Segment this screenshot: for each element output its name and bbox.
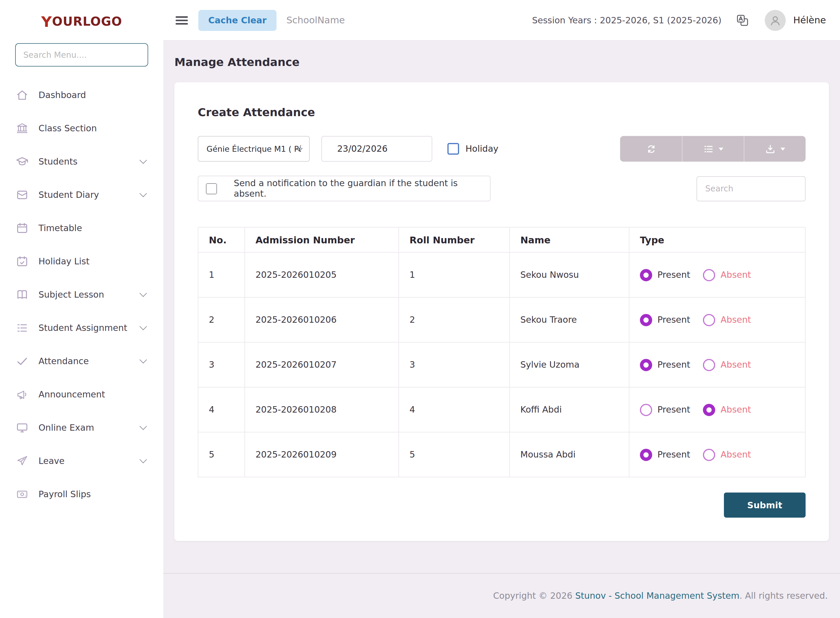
- sidebar-item-label: Students: [39, 156, 78, 166]
- cell-no: 3: [198, 342, 245, 387]
- menu-icon[interactable]: [174, 13, 189, 28]
- language-icon[interactable]: [736, 13, 750, 27]
- logo-text: OURLOGO: [52, 15, 122, 28]
- cell-admission-number: 2025-2026010208: [245, 387, 399, 432]
- chevron-down-icon: [139, 356, 147, 363]
- copyright-prefix: Copyright © 2026: [493, 591, 575, 601]
- present-radio[interactable]: Present: [640, 313, 690, 326]
- submit-button[interactable]: Submit: [724, 493, 806, 518]
- sidebar-item-class-section[interactable]: Class Section: [0, 111, 163, 145]
- sidebar-item-dashboard[interactable]: Dashboard: [0, 78, 163, 111]
- table-row: 4 2025-2026010208 4 Koffi Abdi Present A…: [198, 387, 805, 432]
- sidebar-search: [0, 35, 163, 70]
- sidebar-item-label: Online Exam: [39, 422, 94, 433]
- columns-button[interactable]: [682, 136, 744, 162]
- cell-type: Present Absent: [629, 387, 805, 432]
- sidebar-item-announcement[interactable]: Announcement: [0, 377, 163, 411]
- present-radio-circle: [640, 404, 652, 416]
- absent-radio-circle: [703, 449, 716, 461]
- refresh-button[interactable]: [620, 136, 682, 162]
- cell-name: Koffi Abdi: [510, 387, 629, 432]
- sidebar-item-label: Student Diary: [39, 189, 99, 200]
- export-button[interactable]: [744, 136, 806, 162]
- present-radio[interactable]: Present: [640, 449, 690, 461]
- megaphone-icon: [15, 387, 29, 401]
- sidebar-item-students[interactable]: Students: [0, 145, 163, 178]
- refresh-icon: [646, 143, 656, 154]
- notify-box[interactable]: Send a notification to the guardian if t…: [198, 176, 490, 201]
- absent-radio-circle: [703, 269, 716, 281]
- monitor-icon: [15, 420, 29, 434]
- sidebar-search-input[interactable]: [15, 43, 148, 67]
- attendance-table: No.Admission NumberRoll NumberNameType 1…: [198, 227, 806, 477]
- cell-type: Present Absent: [629, 253, 805, 297]
- sidebar-item-label: Dashboard: [39, 89, 86, 100]
- present-radio-circle: [640, 449, 652, 461]
- logo[interactable]: YOURLOGO: [0, 8, 163, 35]
- present-radio-circle: [640, 359, 652, 371]
- cell-admission-number: 2025-2026010207: [245, 342, 399, 387]
- avatar[interactable]: [765, 10, 786, 31]
- holiday-label: Holiday: [465, 144, 498, 154]
- attendance-table-head-row: No.Admission NumberRoll NumberNameType: [198, 227, 805, 253]
- check-icon: [15, 354, 29, 368]
- date-input[interactable]: [321, 136, 432, 162]
- holiday-checkbox[interactable]: [447, 143, 459, 154]
- notify-checkbox[interactable]: [206, 183, 217, 194]
- present-radio[interactable]: Present: [640, 269, 690, 281]
- chevron-down-icon: [139, 422, 147, 430]
- footer-link[interactable]: Stunov - School Management System: [575, 591, 739, 601]
- payroll-icon: [15, 487, 29, 501]
- submit-row: Submit: [198, 493, 806, 518]
- absent-radio[interactable]: Absent: [703, 359, 751, 371]
- notify-label: Send a notification to the guardian if t…: [234, 178, 490, 199]
- chevron-down-icon: [139, 190, 147, 197]
- absent-radio[interactable]: Absent: [703, 313, 751, 326]
- table-toolbar: [620, 136, 806, 162]
- caret-down-icon: [719, 147, 723, 150]
- sidebar-item-student-diary[interactable]: Student Diary: [0, 178, 163, 211]
- absent-radio[interactable]: Absent: [703, 269, 751, 281]
- sidebar-item-label: Timetable: [39, 223, 82, 233]
- class-select[interactable]: Génie Électrique M1 ( Pô: [198, 136, 310, 162]
- table-search-input[interactable]: [696, 176, 806, 201]
- calendar-icon: [15, 221, 29, 235]
- sidebar-item-attendance[interactable]: Attendance: [0, 344, 163, 377]
- cache-clear-button[interactable]: Cache Clear: [199, 10, 277, 31]
- cell-name: Moussa Abdi: [510, 432, 629, 477]
- cell-name: Sekou Nwosu: [510, 253, 629, 297]
- sidebar-item-leave[interactable]: Leave: [0, 444, 163, 477]
- caret-down-icon: [781, 147, 785, 150]
- sidebar-item-label: Payroll Slips: [39, 489, 91, 499]
- sidebar-item-student-assignment[interactable]: Student Assignment: [0, 311, 163, 344]
- footer: Copyright © 2026 Stunov - School Managem…: [163, 573, 840, 618]
- cell-name: Sekou Traore: [510, 297, 629, 342]
- sidebar-item-timetable[interactable]: Timetable: [0, 211, 163, 245]
- person-icon: [768, 13, 782, 27]
- card-title: Create Attendance: [198, 105, 806, 119]
- absent-radio[interactable]: Absent: [703, 449, 751, 461]
- chevron-down-icon: [139, 323, 147, 330]
- column-header-type: Type: [629, 227, 805, 253]
- sidebar-item-holiday-list[interactable]: Holiday List: [0, 245, 163, 278]
- present-radio[interactable]: Present: [640, 359, 690, 371]
- cell-no: 2: [198, 297, 245, 342]
- absent-radio[interactable]: Absent: [703, 404, 751, 416]
- table-row: 1 2025-2026010205 1 Sekou Nwosu Present …: [198, 253, 805, 297]
- present-radio[interactable]: Present: [640, 404, 690, 416]
- sidebar-item-subject-lesson[interactable]: Subject Lesson: [0, 278, 163, 311]
- sidebar-item-payroll-slips[interactable]: Payroll Slips: [0, 477, 163, 511]
- table-columns-icon: [703, 143, 714, 154]
- absent-radio-circle: [703, 404, 716, 416]
- cell-admission-number: 2025-2026010206: [245, 297, 399, 342]
- page-title: Manage Attendance: [175, 55, 829, 68]
- user-name[interactable]: Hélène: [793, 15, 826, 26]
- cell-no: 5: [198, 432, 245, 477]
- session-years-text: Session Years : 2025-2026, S1 (2025-2026…: [532, 15, 721, 25]
- main-area: Cache Clear SchoolName Session Years : 2…: [163, 0, 840, 618]
- class-select-value: Génie Électrique M1 ( Pô: [206, 144, 301, 153]
- cell-roll-number: 4: [399, 387, 510, 432]
- cell-type: Present Absent: [629, 342, 805, 387]
- holiday-checkbox-group[interactable]: Holiday: [447, 143, 498, 154]
- sidebar-item-online-exam[interactable]: Online Exam: [0, 411, 163, 444]
